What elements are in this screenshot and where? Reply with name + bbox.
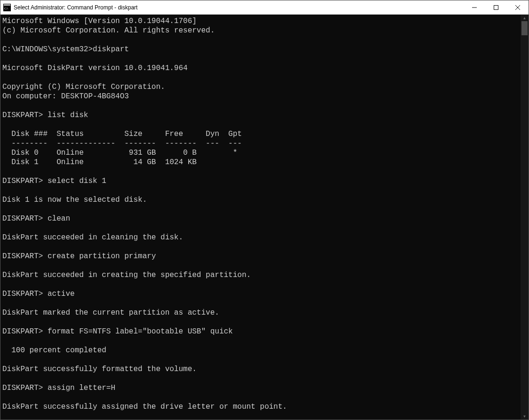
content-area: Microsoft Windows [Version 10.0.19044.17…	[0, 15, 529, 420]
minimize-button[interactable]	[464, 0, 485, 14]
svg-text:C:\: C:\	[4, 7, 8, 10]
scroll-down-arrow[interactable]: ▼	[521, 413, 529, 420]
terminal-output[interactable]: Microsoft Windows [Version 10.0.19044.17…	[0, 15, 521, 420]
cmd-app-icon: C:\	[3, 4, 11, 11]
vertical-scrollbar[interactable]: ▲ ▼	[521, 15, 529, 420]
window-controls	[464, 0, 529, 14]
scroll-up-arrow[interactable]: ▲	[521, 15, 529, 21]
svg-rect-4	[494, 5, 498, 9]
svg-rect-1	[4, 4, 10, 6]
close-button[interactable]	[507, 0, 529, 14]
window-title: Select Administrator: Command Prompt - d…	[14, 4, 464, 11]
scrollbar-thumb[interactable]	[521, 21, 528, 35]
maximize-button[interactable]	[485, 0, 507, 14]
application-window: C:\ Select Administrator: Command Prompt…	[0, 0, 529, 420]
title-bar[interactable]: C:\ Select Administrator: Command Prompt…	[0, 0, 529, 15]
